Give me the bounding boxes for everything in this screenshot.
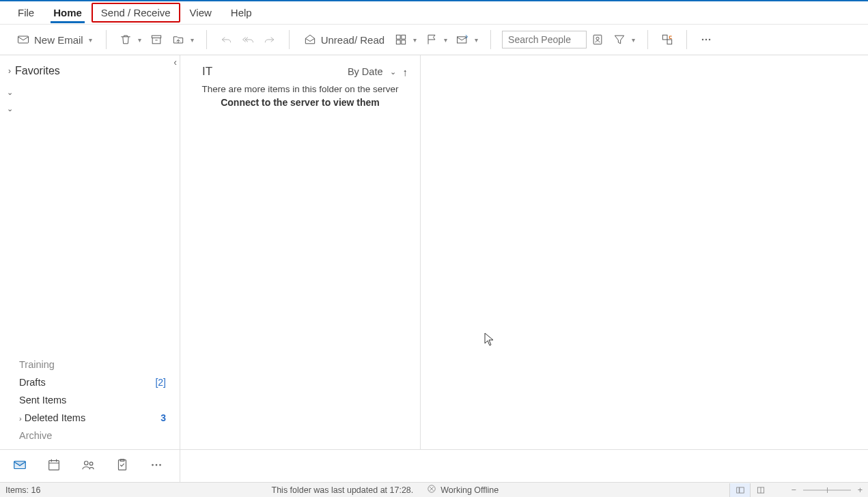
tab-view[interactable]: View — [180, 3, 221, 23]
svg-rect-16 — [49, 460, 59, 470]
separator — [686, 30, 687, 49]
tab-home[interactable]: Home — [44, 3, 92, 23]
separator — [647, 30, 648, 49]
dropdown-caret-icon: ▾ — [89, 36, 92, 44]
unread-read-button[interactable]: Unread/ Read — [298, 30, 390, 49]
more-commands-button[interactable] — [695, 30, 717, 49]
forward-button[interactable] — [259, 30, 281, 49]
status-item-count: Items: 16 — [5, 485, 40, 495]
svg-rect-10 — [662, 35, 667, 40]
view-normal-button[interactable] — [729, 483, 750, 497]
sync-mailbox-icon — [456, 33, 469, 46]
address-book-icon — [591, 33, 604, 46]
separator — [106, 30, 107, 49]
new-email-label: New Email — [34, 34, 83, 46]
mail-nav-icon[interactable] — [12, 457, 27, 475]
dropdown-caret-icon: ▾ — [475, 36, 478, 44]
archive-button[interactable] — [145, 30, 167, 49]
tab-file[interactable]: File — [8, 3, 44, 23]
categorize-button[interactable]: ▾ — [390, 30, 421, 49]
collapse-nav-button[interactable]: ‹ — [173, 57, 177, 68]
folder-label: Drafts — [19, 377, 46, 388]
svg-point-20 — [152, 464, 154, 466]
sort-ascending-icon[interactable]: ↑ — [403, 66, 408, 78]
delete-button[interactable]: ▾ — [115, 30, 145, 49]
offline-icon — [427, 484, 436, 496]
tab-send-receive[interactable]: Send / Receive — [92, 3, 180, 23]
chevron-right-icon: › — [19, 414, 22, 423]
separator — [289, 30, 290, 49]
ellipsis-icon — [699, 33, 713, 46]
folder-drafts[interactable]: Drafts [2] — [16, 373, 169, 391]
dropdown-caret-icon: ▾ — [413, 36, 417, 44]
tab-help[interactable]: Help — [221, 3, 262, 23]
folder-sent-items[interactable]: Sent Items — [16, 391, 169, 409]
reply-button[interactable] — [215, 30, 237, 49]
mailbox-tree-item-2[interactable]: ⌄ — [0, 100, 180, 117]
folder-training[interactable]: Training — [16, 356, 169, 373]
address-book-button[interactable] — [587, 30, 608, 49]
move-button[interactable]: ▾ — [167, 30, 198, 49]
mailbox-label — [17, 103, 20, 114]
server-message: There are more items in this folder on t… — [180, 84, 420, 108]
calendar-nav-icon[interactable] — [46, 457, 61, 475]
svg-rect-11 — [667, 40, 672, 44]
folder-label: Archive — [19, 430, 52, 441]
separator — [206, 30, 207, 49]
svg-point-22 — [159, 464, 161, 466]
dropdown-caret-icon: ▾ — [191, 36, 194, 44]
folder-label: Training — [19, 359, 55, 370]
filter-email-button[interactable]: ▾ — [608, 30, 639, 49]
svg-point-13 — [705, 39, 708, 41]
folder-list: Training Drafts [2] Sent Items ›Deleted … — [0, 356, 180, 444]
categorize-icon — [394, 33, 408, 46]
folder-title: IT — [202, 65, 212, 79]
svg-point-12 — [702, 39, 704, 41]
flag-icon — [425, 33, 438, 46]
view-toggle — [729, 483, 770, 497]
more-nav-icon[interactable] — [149, 457, 164, 475]
favorites-label: Favorites — [15, 65, 60, 77]
unread-read-label: Unread/ Read — [321, 34, 384, 46]
search-people-input[interactable] — [502, 31, 587, 48]
folder-deleted-items[interactable]: ›Deleted Items 3 — [16, 409, 169, 427]
server-message-line2[interactable]: Connect to the server to view them — [194, 97, 406, 108]
folder-tree-hidden-area — [0, 117, 180, 356]
sort-control[interactable]: By Date ⌄ ↑ — [348, 66, 408, 78]
dropdown-caret-icon: ▾ — [138, 36, 141, 44]
svg-point-14 — [709, 39, 711, 41]
send-receive-folders-button[interactable]: ▾ — [451, 30, 482, 49]
archive-icon — [150, 33, 163, 46]
reply-all-button[interactable] — [237, 30, 259, 49]
new-email-button[interactable]: New Email ▾ — [11, 30, 98, 49]
svg-rect-4 — [402, 35, 406, 39]
mailbox-label — [17, 87, 20, 98]
move-folder-icon — [171, 33, 185, 46]
folder-archive[interactable]: Archive — [16, 427, 169, 444]
zoom-in-icon[interactable]: + — [858, 485, 863, 495]
envelope-open-icon — [303, 33, 317, 46]
tasks-nav-icon[interactable] — [115, 457, 130, 475]
reply-icon — [219, 33, 233, 46]
addins-icon — [660, 33, 674, 46]
deleted-count: 3 — [160, 412, 166, 423]
svg-point-21 — [156, 464, 158, 466]
view-reading-button[interactable] — [750, 483, 770, 497]
follow-up-button[interactable]: ▾ — [421, 30, 451, 49]
zoom-control[interactable]: − + — [791, 485, 863, 495]
zoom-out-icon[interactable]: − — [791, 485, 796, 495]
mailbox-tree-item-1[interactable]: ⌄ — [0, 84, 180, 100]
zoom-slider[interactable] — [803, 489, 851, 491]
folder-label: Sent Items — [19, 395, 66, 406]
server-message-line1: There are more items in this folder on t… — [201, 84, 398, 94]
reading-pane — [421, 55, 868, 449]
trash-icon — [119, 33, 132, 46]
sort-label: By Date — [348, 66, 383, 77]
favorites-header[interactable]: › Favorites — [0, 55, 180, 84]
ribbon-toolbar: New Email ▾ ▾ ▾ — [0, 25, 868, 55]
main-content: ‹ › Favorites ⌄ ⌄ Training Drafts [2] Se… — [0, 55, 868, 449]
svg-point-17 — [85, 461, 89, 465]
navigation-pane: ‹ › Favorites ⌄ ⌄ Training Drafts [2] Se… — [0, 55, 180, 449]
people-nav-icon[interactable] — [81, 457, 96, 475]
addins-button[interactable] — [656, 30, 678, 49]
